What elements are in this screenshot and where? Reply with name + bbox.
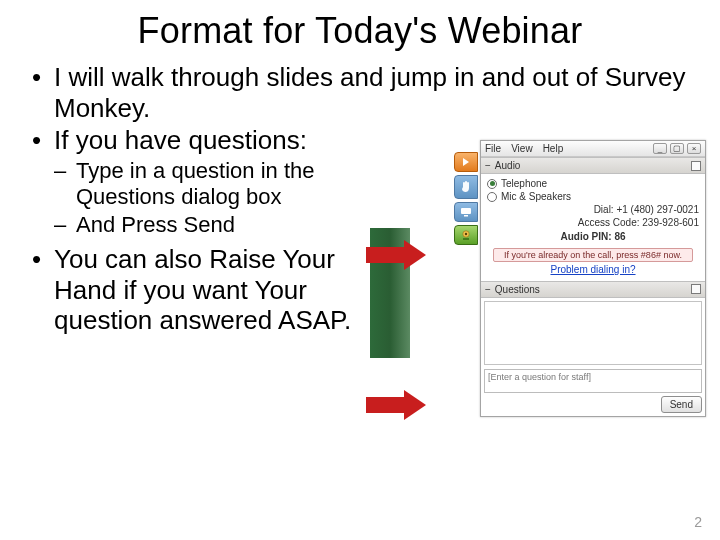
section-box-icon[interactable] — [691, 284, 701, 294]
mic-label: Mic & Speakers — [501, 191, 571, 202]
audio-section-label: Audio — [495, 160, 521, 171]
close-icon[interactable]: × — [687, 143, 701, 154]
problem-dialing-link[interactable]: Problem dialing in? — [487, 264, 699, 275]
svg-rect-1 — [461, 208, 471, 214]
minimize-icon[interactable]: _ — [653, 143, 667, 154]
svg-marker-0 — [463, 158, 469, 166]
red-arrow-icon — [366, 390, 426, 420]
questions-log — [484, 301, 702, 365]
menu-file[interactable]: File — [485, 143, 501, 154]
pin-label: Audio PIN: — [560, 231, 611, 242]
question-input[interactable]: [Enter a question for staff] — [484, 369, 702, 393]
slide-number: 2 — [694, 514, 702, 530]
questions-section-label: Questions — [495, 284, 540, 295]
pin-value: 86 — [614, 231, 625, 242]
call-notice: If you're already on the call, press #86… — [493, 248, 693, 262]
menu-view[interactable]: View — [511, 143, 533, 154]
background-photo-strip — [370, 228, 410, 358]
collapse-tab-icon[interactable] — [454, 152, 478, 172]
monitor-tab-icon[interactable] — [454, 202, 478, 222]
sub-bullet-1: Type in a question in the Questions dial… — [28, 158, 388, 210]
questions-section-header[interactable]: − Questions — [481, 281, 705, 298]
svg-rect-2 — [464, 215, 468, 217]
slide-title: Format for Today's Webinar — [28, 10, 692, 52]
window-icon[interactable]: ▢ — [670, 143, 684, 154]
bullet-3: You can also Raise Your Hand if you want… — [28, 244, 388, 336]
mic-radio[interactable] — [487, 192, 497, 202]
access-label: Access Code: — [578, 217, 640, 228]
dial-value: +1 (480) 297-0021 — [616, 204, 699, 215]
webcam-tab-icon[interactable] — [454, 225, 478, 245]
svg-point-4 — [465, 233, 467, 235]
bullet-1: I will walk through slides and jump in a… — [28, 62, 692, 123]
dial-label: Dial: — [594, 204, 614, 215]
access-value: 239-928-601 — [642, 217, 699, 228]
section-box-icon[interactable] — [691, 161, 701, 171]
telephone-radio[interactable] — [487, 179, 497, 189]
telephone-label: Telephone — [501, 178, 547, 189]
hand-tab-icon[interactable] — [454, 175, 478, 199]
panel-menubar: File View Help _ ▢ × — [481, 141, 705, 157]
menu-help[interactable]: Help — [543, 143, 564, 154]
sub-bullet-2: And Press Send — [28, 212, 388, 238]
audio-section-header[interactable]: − Audio — [481, 157, 705, 174]
send-button[interactable]: Send — [661, 396, 702, 413]
